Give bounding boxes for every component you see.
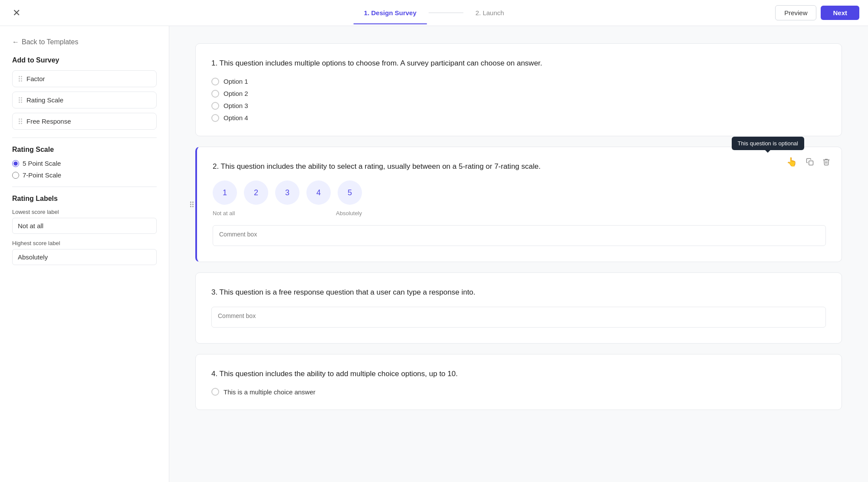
tab-launch[interactable]: 2. Launch	[465, 6, 515, 20]
sidebar-item-factor[interactable]: Factor	[12, 70, 157, 87]
radio-circle-1	[211, 78, 219, 85]
scale-7point-label: 7-Point Scale	[23, 171, 61, 179]
drag-icon-free-response	[19, 118, 22, 124]
main-content: 1. This question includes multiple optio…	[169, 26, 868, 482]
nav-actions: Preview Next	[775, 5, 859, 20]
mc-option-1: Option 1	[211, 78, 826, 85]
scale-option-7point[interactable]: 7-Point Scale	[12, 171, 157, 179]
question-2-comment-box[interactable]	[213, 225, 826, 246]
mc-option-2: Option 2	[211, 90, 826, 98]
question-2: 2. This question includes the ability to…	[195, 147, 842, 262]
high-label: Absolutely	[336, 210, 362, 216]
question-3: 3. This question is a free response ques…	[195, 272, 842, 344]
rating-circles: 1 2 3 4 5	[213, 180, 826, 205]
question-2-text: 2. This question includes the ability to…	[213, 161, 826, 172]
scale-5point-label: 5 Point Scale	[23, 160, 61, 167]
scale-option-5point[interactable]: 5 Point Scale	[12, 160, 157, 167]
mc-option-3: Option 3	[211, 102, 826, 110]
rating-1[interactable]: 1	[213, 180, 237, 205]
radio-circle-3	[211, 102, 219, 110]
rating-scale-widget: 1 2 3 4 5 Not at all Absolutely	[213, 180, 826, 216]
question-3-text: 3. This question is a free response ques…	[211, 287, 826, 298]
next-button[interactable]: Next	[821, 6, 859, 20]
back-arrow-icon: ←	[12, 38, 19, 46]
preview-button[interactable]: Preview	[775, 5, 816, 20]
drag-icon-factor	[19, 76, 22, 82]
rating-scale-label: Rating Scale	[26, 96, 63, 104]
trash-icon	[822, 158, 830, 166]
question-2-actions: This question is optional 👆	[784, 155, 833, 169]
option-3-label: Option 3	[224, 102, 248, 109]
tooltip-bubble: This question is optional	[732, 137, 804, 150]
copy-question-button[interactable]	[803, 156, 816, 167]
question-3-comment-box[interactable]	[211, 307, 826, 328]
back-to-templates-link[interactable]: ← Back to Templates	[12, 38, 157, 46]
delete-question-button[interactable]	[820, 156, 833, 167]
low-label: Not at all	[213, 210, 235, 216]
rating-4[interactable]: 4	[306, 180, 331, 205]
rating-5[interactable]: 5	[338, 180, 362, 205]
highest-score-input[interactable]	[12, 249, 157, 265]
copy-icon	[806, 158, 814, 166]
free-response-label: Free Response	[26, 118, 71, 125]
scale-radio-group: 5 Point Scale 7-Point Scale	[12, 160, 157, 179]
nav-tabs: 1. Design Survey 2. Launch	[354, 6, 515, 20]
rating-scale-section-title: Rating Scale	[12, 146, 157, 154]
sidebar-divider-2	[12, 187, 157, 187]
rating-3[interactable]: 3	[275, 180, 299, 205]
question-1: 1. This question includes multiple optio…	[195, 43, 842, 136]
drag-icon-rating	[19, 97, 22, 103]
question-4: 4. This question includes the ability to…	[195, 354, 842, 410]
close-icon: ✕	[13, 7, 20, 19]
radio-circle-4-1	[211, 388, 219, 396]
lowest-score-label: Lowest score label	[12, 209, 157, 215]
option-2-label: Option 2	[224, 90, 248, 97]
drag-handle-q2[interactable]	[190, 201, 194, 207]
main-layout: ← Back to Templates Add to Survey Factor…	[0, 26, 868, 482]
sidebar: ← Back to Templates Add to Survey Factor…	[0, 26, 169, 482]
top-nav: ✕ 1. Design Survey 2. Launch Preview Nex…	[0, 0, 868, 26]
close-button[interactable]: ✕	[9, 5, 24, 21]
tab-divider	[429, 13, 464, 13]
radio-circle-2	[211, 90, 219, 98]
sidebar-item-rating-scale[interactable]: Rating Scale	[12, 92, 157, 108]
optional-toggle-button[interactable]: 👆	[784, 155, 800, 169]
option-1-label: Option 1	[224, 78, 248, 85]
tooltip-container: This question is optional 👆	[784, 155, 800, 169]
tab-design-survey[interactable]: 1. Design Survey	[354, 6, 427, 20]
radio-circle-4	[211, 114, 219, 122]
rating-labels: Not at all Absolutely	[213, 210, 362, 216]
svg-rect-0	[809, 161, 813, 165]
factor-label: Factor	[26, 75, 45, 82]
sidebar-divider	[12, 138, 157, 138]
rating-2[interactable]: 2	[244, 180, 268, 205]
mc-option-4: Option 4	[211, 114, 826, 122]
mc-option-4-1: This is a multiple choice answer	[211, 388, 826, 396]
highest-score-group: Highest score label	[12, 240, 157, 265]
sidebar-item-free-response[interactable]: Free Response	[12, 113, 157, 130]
question-1-options: Option 1 Option 2 Option 3 Option 4	[211, 78, 826, 122]
question-1-text: 1. This question includes multiple optio…	[211, 58, 826, 69]
highest-score-label: Highest score label	[12, 240, 157, 246]
add-to-survey-title: Add to Survey	[12, 56, 157, 64]
question-4-text: 4. This question includes the ability to…	[211, 368, 826, 380]
rating-labels-title: Rating Labels	[12, 195, 157, 203]
lowest-score-group: Lowest score label	[12, 209, 157, 234]
optional-icon: 👆	[786, 157, 797, 167]
lowest-score-input[interactable]	[12, 218, 157, 234]
question-4-options: This is a multiple choice answer	[211, 388, 826, 396]
option-4-label: Option 4	[224, 114, 248, 121]
tooltip-arrow	[765, 150, 770, 153]
option-4-1-label: This is a multiple choice answer	[224, 388, 316, 396]
